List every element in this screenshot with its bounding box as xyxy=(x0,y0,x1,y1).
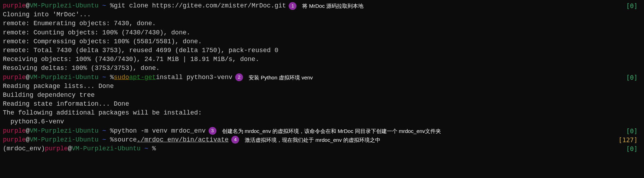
terminal-output: remote: Enumerating objects: 7430, done. xyxy=(3,19,641,28)
terminal-line-5: (mrdoc_env) purple@VM-Purplezi-Ubuntu ~ … xyxy=(3,144,641,153)
command-source: source xyxy=(114,135,137,144)
command-path: ./mrdoc_env/bin/activate xyxy=(137,135,228,144)
terminal-output: Cloning into 'MrDoc'... xyxy=(3,10,641,19)
terminal-output: python3.6-venv xyxy=(3,117,641,126)
terminal-output: Reading package lists... Done xyxy=(3,82,641,91)
annotation-badge-1: 1 xyxy=(289,2,296,10)
prompt: purple@VM-Purplezi-Ubuntu ~ % xyxy=(45,144,156,153)
exit-status: [127] xyxy=(618,135,638,144)
prompt: purple@VM-Purplezi-Ubuntu ~ % xyxy=(3,73,114,82)
command-text: git clone https://gitee.com/zmister/MrDo… xyxy=(114,1,286,10)
terminal-output: remote: Counting objects: 100% (7430/743… xyxy=(3,28,641,37)
prompt-user: purple xyxy=(3,2,26,9)
prompt: purple@VM-Purplezi-Ubuntu ~ % xyxy=(3,135,114,144)
prompt: purple@VM-Purplezi-Ubuntu ~ % xyxy=(3,1,114,10)
prompt: purple@VM-Purplezi-Ubuntu ~ % xyxy=(3,127,114,135)
annotation-text-3: 创建名为 mrdoc_env 的虚拟环境，该命令会在和 MrDoc 同目录下创建… xyxy=(221,127,442,135)
prompt-path: ~ xyxy=(98,2,110,9)
terminal-output: The following additional packages will b… xyxy=(3,109,641,117)
exit-status: [0] xyxy=(626,73,638,82)
prompt-host: VM-Purplezi-Ubuntu xyxy=(30,2,98,9)
annotation-text-4: 激活虚拟环境，现在我们处于 mrdoc_env 的虚拟环境之中 xyxy=(243,135,382,144)
exit-status: [0] xyxy=(626,127,638,135)
command-text: python -m venv mrdoc_env xyxy=(114,127,205,135)
terminal-line-2: purple@VM-Purplezi-Ubuntu ~ % sudo apt-g… xyxy=(3,73,641,82)
exit-status: [0] xyxy=(626,144,638,153)
annotation-badge-3: 3 xyxy=(209,127,216,135)
annotation-badge-2: 2 xyxy=(235,73,243,81)
command-apt: apt-get xyxy=(129,73,156,82)
command-args: install python3-venv xyxy=(156,73,232,82)
annotation-text-2: 安装 Python 虚拟环境 venv xyxy=(247,73,314,82)
exit-status: [0] xyxy=(626,1,638,10)
terminal-line-4: purple@VM-Purplezi-Ubuntu ~ % source ./m… xyxy=(3,135,641,144)
terminal-output: Receiving objects: 100% (7430/7430), 24.… xyxy=(3,55,641,64)
terminal-output: remote: Compressing objects: 100% (5581/… xyxy=(3,37,641,46)
terminal-line-1: purple@VM-Purplezi-Ubuntu ~ % git clone … xyxy=(3,1,641,10)
terminal-output: remote: Total 7430 (delta 3753), reused … xyxy=(3,46,641,55)
command-sudo: sudo xyxy=(114,73,129,82)
annotation-badge-4: 4 xyxy=(231,136,239,144)
terminal-output: Resolving deltas: 100% (3753/3753), done… xyxy=(3,64,641,73)
terminal-output: Building dependency tree xyxy=(3,91,641,100)
venv-prefix: (mrdoc_env) xyxy=(3,144,45,153)
terminal-line-3: purple@VM-Purplezi-Ubuntu ~ % python -m … xyxy=(3,127,641,135)
annotation-text-1: 将 MrDoc 源码拉取到本地 xyxy=(301,1,365,10)
terminal-output: Reading state information... Done xyxy=(3,100,641,109)
